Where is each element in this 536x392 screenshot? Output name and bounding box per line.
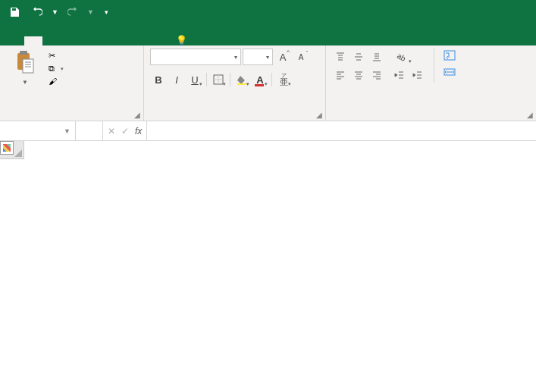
align-bottom-button[interactable]	[368, 49, 385, 65]
decrease-indent-button[interactable]	[391, 67, 408, 83]
redo-dropdown-icon[interactable]: ▼	[87, 8, 94, 16]
font-size-combo[interactable]: ▾	[243, 49, 273, 65]
borders-icon	[213, 74, 224, 85]
scissors-icon: ✂	[49, 51, 55, 61]
paste-icon	[14, 50, 36, 76]
fx-icon[interactable]: fx	[135, 126, 142, 136]
chevron-down-icon: ▾	[266, 54, 269, 61]
cancel-formula-icon: ✕	[108, 126, 115, 136]
align-middle-button[interactable]	[350, 49, 367, 65]
fill-color-button[interactable]: ▾	[234, 71, 250, 88]
cut-button[interactable]: ✂	[47, 50, 65, 61]
qat-customize-icon[interactable]: ▾	[105, 8, 108, 16]
clipboard-dialog-launcher[interactable]: ◢	[134, 111, 140, 119]
wrap-text-button[interactable]	[442, 49, 460, 62]
save-icon[interactable]	[6, 4, 23, 20]
font-name-combo[interactable]: ▾	[150, 49, 241, 65]
copy-icon: ⧉	[49, 64, 55, 74]
undo-icon[interactable]	[29, 4, 45, 20]
svg-rect-2	[23, 59, 33, 73]
undo-dropdown-icon[interactable]: ▼	[52, 8, 58, 16]
paste-button[interactable]: ▼	[6, 49, 44, 87]
name-box[interactable]: ▼	[0, 121, 76, 140]
orientation-button[interactable]: ab▾	[391, 49, 412, 65]
decrease-font-button[interactable]: Aˇ	[293, 49, 309, 65]
formula-bar-separator	[76, 121, 103, 140]
phonetic-button[interactable]: ア 亜 ▾	[275, 71, 292, 88]
tab-data[interactable]	[97, 36, 115, 45]
increase-indent-button[interactable]	[409, 67, 426, 83]
svg-rect-5	[444, 51, 455, 60]
tab-file[interactable]	[6, 36, 24, 45]
tell-me[interactable]: 💡	[170, 35, 196, 45]
align-top-button[interactable]	[332, 49, 349, 65]
chevron-down-icon: ▾	[234, 54, 237, 61]
chevron-down-icon: ▼	[64, 127, 71, 135]
tab-review[interactable]	[115, 36, 133, 45]
align-right-button[interactable]	[368, 67, 385, 83]
tab-formulas[interactable]	[79, 36, 97, 45]
merge-center-button[interactable]	[442, 65, 460, 79]
align-center-button[interactable]	[350, 67, 367, 83]
lightbulb-icon: 💡	[176, 35, 187, 45]
tab-home[interactable]	[24, 36, 42, 45]
tab-page-layout[interactable]	[61, 36, 79, 45]
font-color-button[interactable]: A ▾	[252, 71, 268, 88]
merge-icon	[444, 66, 456, 78]
italic-button[interactable]: I	[168, 71, 185, 88]
chevron-down-icon: ▼	[22, 79, 28, 86]
chevron-down-icon: ▾	[61, 66, 64, 72]
autofill-icon	[3, 144, 11, 152]
bold-button[interactable]: B	[150, 71, 167, 88]
font-dialog-launcher[interactable]: ◢	[316, 111, 322, 119]
svg-rect-4	[237, 83, 246, 85]
tab-developer[interactable]	[152, 36, 170, 45]
copy-button[interactable]: ⧉ ▾	[47, 63, 65, 74]
redo-icon[interactable]	[64, 4, 81, 20]
wrap-icon	[444, 49, 456, 61]
format-painter-button[interactable]: 🖌	[47, 76, 65, 86]
formula-input[interactable]	[147, 121, 536, 140]
autofill-options-button[interactable]	[0, 141, 14, 155]
underline-button[interactable]: U▾	[187, 71, 203, 88]
tab-insert[interactable]	[42, 36, 61, 45]
alignment-dialog-launcher[interactable]: ◢	[527, 111, 533, 119]
align-left-button[interactable]	[332, 67, 349, 83]
increase-font-button[interactable]: A^	[274, 49, 291, 65]
brush-icon: 🖌	[49, 77, 57, 86]
borders-button[interactable]: ▾	[210, 71, 227, 88]
svg-rect-1	[20, 51, 27, 55]
tab-view[interactable]	[133, 36, 152, 45]
enter-formula-icon: ✓	[121, 126, 129, 136]
bucket-icon	[237, 74, 247, 85]
